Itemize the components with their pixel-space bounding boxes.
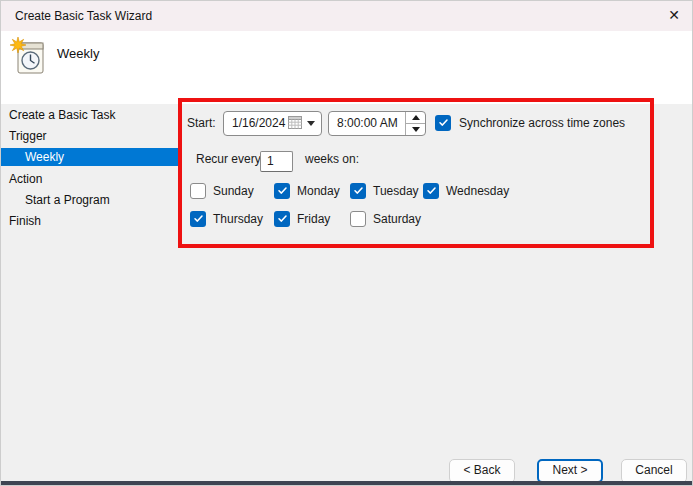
sidebar-item-trigger[interactable]: Trigger (1, 126, 178, 147)
start-date-value[interactable]: 1/16/2024 (224, 112, 288, 135)
recur-every-label: Recur every: (196, 149, 264, 170)
day-label: Wednesday (446, 184, 509, 198)
sidebar-item-create-a-basic-task[interactable]: Create a Basic Task (1, 105, 178, 126)
arrow-up-icon (412, 115, 420, 120)
checkbox-icon[interactable] (274, 183, 290, 199)
sync-timezones-checkbox[interactable]: Synchronize across time zones (435, 114, 625, 131)
checkbox-icon[interactable] (274, 211, 290, 227)
create-basic-task-wizard-window: Create Basic Task Wizard ✕ Weekly Create… (0, 0, 693, 486)
checkbox-icon[interactable] (350, 211, 366, 227)
close-icon[interactable]: ✕ (668, 7, 680, 23)
day-label: Friday (297, 212, 330, 226)
sidebar-item-weekly[interactable]: Weekly (1, 148, 178, 166)
spin-down-button[interactable] (406, 124, 425, 135)
start-label: Start: (187, 111, 216, 136)
sidebar-item-finish[interactable]: Finish (1, 211, 178, 232)
calendar-icon (288, 116, 302, 132)
page-title: Weekly (57, 46, 99, 61)
day-checkbox-friday[interactable]: Friday (274, 210, 330, 227)
day-label: Tuesday (373, 184, 419, 198)
weeks-on-label: weeks on: (305, 149, 359, 170)
spin-up-button[interactable] (406, 112, 425, 124)
sidebar-item-start-a-program[interactable]: Start a Program (1, 190, 178, 211)
day-checkbox-tuesday[interactable]: Tuesday (350, 182, 419, 199)
day-checkbox-thursday[interactable]: Thursday (190, 210, 263, 227)
start-time-value[interactable]: 8:00:00 AM (329, 112, 405, 135)
window-bottom-edge (1, 481, 692, 485)
day-checkbox-monday[interactable]: Monday (274, 182, 340, 199)
wizard-header: Weekly (1, 31, 692, 104)
day-checkbox-sunday[interactable]: Sunday (190, 182, 254, 199)
back-button[interactable]: < Back (449, 459, 515, 483)
day-label: Monday (297, 184, 340, 198)
time-spinner-buttons (405, 112, 425, 135)
day-label: Saturday (373, 212, 421, 226)
scheduled-task-icon (9, 36, 49, 81)
day-checkbox-wednesday[interactable]: Wednesday (423, 182, 509, 199)
checkbox-icon[interactable] (423, 183, 439, 199)
checkbox-icon[interactable] (435, 115, 451, 131)
cancel-button[interactable]: Cancel (621, 459, 687, 483)
start-date-picker[interactable]: 1/16/2024 (223, 111, 322, 136)
sidebar-item-action[interactable]: Action (1, 169, 178, 190)
day-checkbox-saturday[interactable]: Saturday (350, 210, 421, 227)
day-label: Thursday (213, 212, 263, 226)
chevron-down-icon[interactable] (307, 121, 315, 126)
arrow-down-icon (412, 127, 420, 132)
titlebar: Create Basic Task Wizard ✕ (1, 1, 692, 31)
next-button[interactable]: Next > (537, 459, 603, 483)
checkbox-icon[interactable] (190, 183, 206, 199)
day-label: Sunday (213, 184, 254, 198)
checkbox-icon[interactable] (190, 211, 206, 227)
recur-weeks-input[interactable]: 1 (260, 151, 293, 172)
sync-timezones-label: Synchronize across time zones (459, 116, 625, 130)
checkbox-icon[interactable] (350, 183, 366, 199)
start-time-spinner[interactable]: 8:00:00 AM (328, 111, 426, 136)
window-title: Create Basic Task Wizard (15, 9, 152, 23)
